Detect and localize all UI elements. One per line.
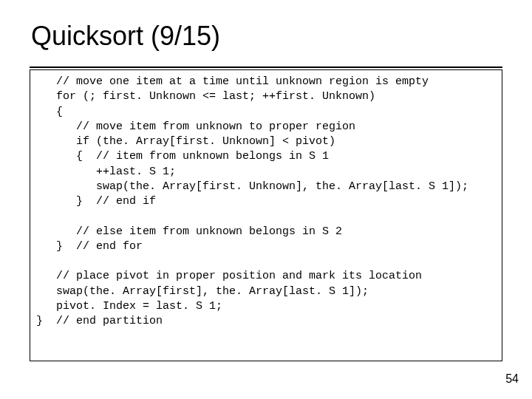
code-line: { <box>36 106 63 118</box>
code-line: { // item from unknown belongs in S 1 <box>36 150 329 163</box>
code-line: // move one item at a time until unknown… <box>36 75 429 88</box>
page-title: Quicksort (9/15) <box>31 21 220 52</box>
code-line: swap(the. Array[first. Unknown], the. Ar… <box>36 180 468 193</box>
code-line: // place pivot in proper position and ma… <box>36 270 422 282</box>
code-line: swap(the. Array[first], the. Array[last.… <box>36 285 369 298</box>
code-line: } // end partition <box>36 315 163 327</box>
page-number: 54 <box>505 372 519 386</box>
code-line: // move item from unknown to proper regi… <box>36 120 355 133</box>
slide: Quicksort (9/15) // move one item at a t… <box>0 0 532 399</box>
code-block: // move one item at a time until unknown… <box>30 69 502 361</box>
title-underline <box>30 66 502 68</box>
code-line: } // end if <box>36 195 156 208</box>
code-line: } // end for <box>36 240 143 253</box>
code-line: pivot. Index = last. S 1; <box>36 300 222 313</box>
code-line: if (the. Array[first. Unknown] < pivot) <box>36 135 335 148</box>
code-line: ++last. S 1; <box>36 166 176 178</box>
code-line: for (; first. Unknown <= last; ++first. … <box>36 90 375 103</box>
code-line: // else item from unknown belongs in S 2 <box>36 225 342 238</box>
